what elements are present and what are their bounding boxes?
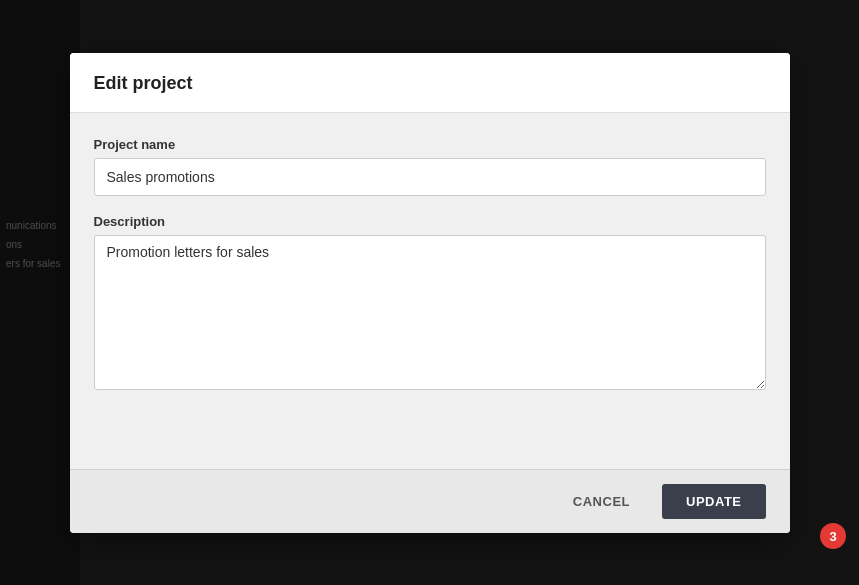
edit-project-dialog: Edit project Project name Description Pr… — [70, 53, 790, 533]
cancel-button[interactable]: CANCEL — [553, 484, 650, 519]
description-textarea[interactable]: Promotion letters for sales — [94, 235, 766, 390]
dialog-header: Edit project — [70, 53, 790, 113]
description-group: Description Promotion letters for sales — [94, 214, 766, 394]
update-button[interactable]: UPDATE — [662, 484, 765, 519]
project-name-label: Project name — [94, 137, 766, 152]
dialog-body: Project name Description Promotion lette… — [70, 113, 790, 469]
description-label: Description — [94, 214, 766, 229]
dialog-title: Edit project — [94, 73, 193, 93]
dialog-footer: CANCEL UPDATE — [70, 469, 790, 533]
project-name-group: Project name — [94, 137, 766, 196]
project-name-input[interactable] — [94, 158, 766, 196]
